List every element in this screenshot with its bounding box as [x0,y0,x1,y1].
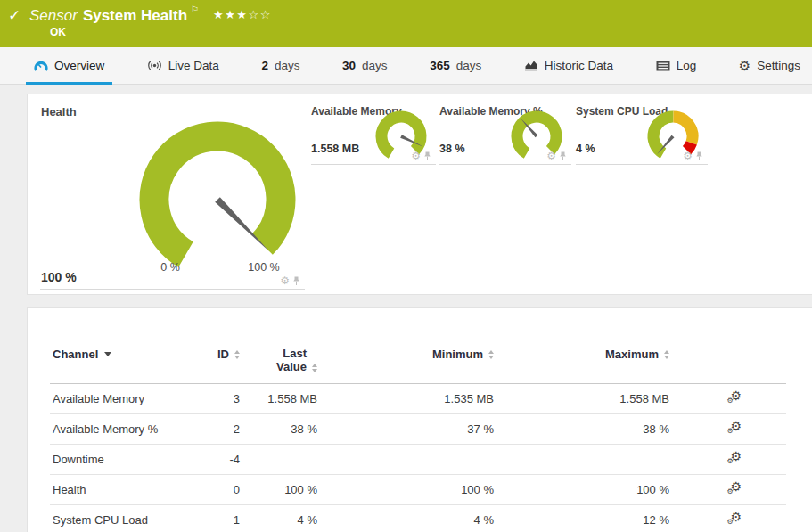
gauge-value: 1.558 MB [311,143,359,155]
channel-last-value: 38 % [240,422,317,436]
gauge-value: 38 % [439,143,465,155]
gear-icon: ⚙ [739,59,750,72]
tab-range-number: 2 [261,59,268,72]
system-cpu-load-gauge-panel[interactable]: System CPU Load 4 % ⚙ [576,102,708,165]
status-check-icon: ✓ [8,6,21,25]
health-gauge [133,115,302,284]
gauge-scale-min: 0 % [146,261,194,274]
channel-last-value: 4 % [240,513,317,527]
channel-last-value: 100 % [240,483,317,496]
gauge-scale-max: 100 % [240,261,288,274]
page-title: System Health [83,7,187,24]
tab-label: days [275,59,300,72]
flag-icon[interactable]: ⚐ [191,4,199,14]
priority-stars[interactable]: ★★★☆☆ [213,8,272,21]
channel-minimum: 4 % [317,513,494,527]
channel-maximum: 38 % [494,422,669,436]
channel-settings-gears-icon[interactable]: ⚙⚙ [727,512,743,528]
sort-desc-icon [104,352,111,356]
tab-live-data[interactable]: Live Data [139,47,227,84]
gear-icon[interactable]: ⚙ [411,151,421,161]
tab-bar: OverviewLive Data2days30days365daysHisto… [0,47,812,85]
channel-minimum: 100 % [317,483,494,496]
gauge-value: 4 % [576,143,595,155]
status-badge: OK [50,26,66,38]
channel-minimum: 37 % [317,422,494,436]
tab-label: Overview [54,59,104,72]
tab-range-number: 30 [342,59,356,72]
table-row: Available Memory31.558 MB1.535 MB1.558 M… [50,384,786,414]
chart-icon [524,60,538,71]
broadcast-icon [147,60,162,71]
tab-overview[interactable]: Overview [26,47,112,84]
health-gauge-panel[interactable]: Health 0 % 100 % 100 % ⚙ [40,102,305,290]
tab-settings[interactable]: ⚙Settings [731,47,808,84]
channel-name: Downtime [50,453,188,466]
tab-range-number: 365 [430,59,450,72]
tab-label: days [456,59,482,72]
gear-icon[interactable]: ⚙ [280,275,290,286]
tab-365-days[interactable]: 365days [422,47,489,84]
gauge-title: Health [41,105,77,119]
tab-30-days[interactable]: 30days [334,47,396,84]
channel-id: 1 [188,513,240,527]
pin-icon[interactable] [292,276,300,286]
pin-icon[interactable] [695,151,703,161]
sort-toggle-icon[interactable] [312,364,317,372]
column-header-minimum[interactable]: Minimum [317,348,494,361]
pin-icon[interactable] [423,151,431,161]
pin-icon[interactable] [559,151,567,161]
channel-minimum: 1.535 MB [317,392,494,405]
gear-icon[interactable]: ⚙ [546,151,556,161]
column-header-last-value[interactable]: Last Value [240,348,317,374]
table-row: Health0100 %100 %100 %⚙⚙ [50,475,786,505]
tab-label: Settings [757,59,800,72]
gear-icon[interactable]: ⚙ [683,151,693,161]
channel-maximum: 12 % [494,513,669,527]
channel-settings-gears-icon[interactable]: ⚙⚙ [727,421,743,437]
column-header-maximum[interactable]: Maximum [494,348,669,361]
sensor-header: ✓ SensorSystem Health⚐★★★☆☆ OK [0,0,812,47]
channel-settings-gears-icon[interactable]: ⚙⚙ [727,390,743,406]
tab-label: days [362,59,388,72]
channel-id: 3 [188,392,240,405]
object-kind-label: Sensor [29,7,78,24]
available-memory-gauge-panel[interactable]: Available Memory 1.558 MB ⚙ [311,102,436,165]
table-row: Available Memory %238 %37 %38 %⚙⚙ [50,414,786,445]
channel-maximum: 1.558 MB [494,392,669,405]
channel-id: 2 [188,422,240,436]
gauge-value: 100 % [41,270,77,284]
channel-table: ChannelIDLast ValueMinimumMaximum Availa… [50,340,786,532]
log-icon [656,61,670,71]
channel-name: System CPU Load [50,513,188,527]
table-header-row: ChannelIDLast ValueMinimumMaximum [50,340,786,384]
channel-last-value: 1.558 MB [240,392,317,405]
tab-label: Live Data [168,59,219,72]
tab-label: Historic Data [545,59,613,72]
channel-id: 0 [188,483,240,496]
tab-2-days[interactable]: 2days [253,47,308,84]
table-row: Downtime-4⚙⚙ [50,445,786,475]
channel-table-card: ChannelIDLast ValueMinimumMaximum Availa… [27,307,812,532]
channel-maximum: 100 % [494,483,669,496]
gauge-icon [34,60,48,72]
gauges-card: Health 0 % 100 % 100 % ⚙ Available Memor… [27,94,812,295]
channel-name: Health [50,483,188,496]
available-memory-percent-gauge-panel[interactable]: Available Memory % 38 % ⚙ [439,102,571,165]
tab-label: Log [677,59,697,72]
sort-toggle-icon[interactable] [664,350,669,359]
channel-settings-gears-icon[interactable]: ⚙⚙ [727,451,743,467]
column-header-id[interactable]: ID [188,348,240,361]
tab-historic-data[interactable]: Historic Data [516,47,621,84]
channel-name: Available Memory [50,392,188,405]
channel-id: -4 [188,453,240,466]
channel-name: Available Memory % [50,422,188,436]
tab-log[interactable]: Log [648,47,705,84]
channel-settings-gears-icon[interactable]: ⚙⚙ [727,481,743,497]
table-row: System CPU Load14 %4 %12 %⚙⚙ [50,505,786,532]
column-header-channel[interactable]: Channel [50,348,188,361]
